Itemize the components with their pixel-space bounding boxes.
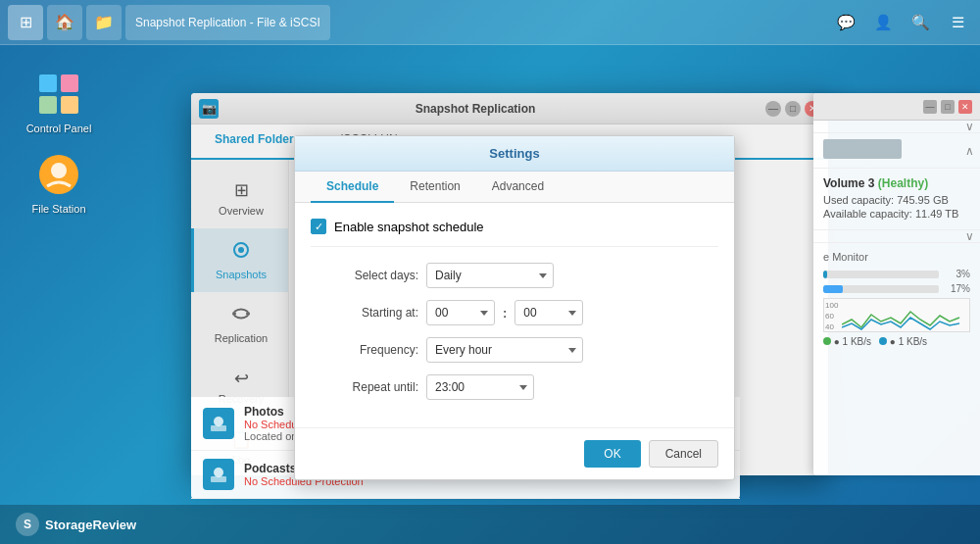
app-title: Snapshot Replication xyxy=(224,102,726,116)
window-controls: — □ ✕ xyxy=(765,101,820,117)
legend-dot-1 xyxy=(823,337,831,345)
taskbar: ⊞ 🏠 📁 Snapshot Replication - File & iSCS… xyxy=(0,0,980,45)
volume-title: Volume 3 (Healthy) xyxy=(823,176,970,190)
menu-icon: ☰ xyxy=(952,14,964,31)
settings-body: ✓ Enable snapshot schedule Select days: … xyxy=(295,203,734,427)
svg-point-10 xyxy=(214,417,223,426)
taskbar-app-text: Snapshot Replication - File & iSCSI xyxy=(135,16,320,29)
select-days-dropdown[interactable]: Daily Weekly Monthly xyxy=(426,263,554,288)
app2-icon: 🏠 xyxy=(55,13,74,31)
monitor-bar-fill-1 xyxy=(823,271,827,278)
sidebar-item-replication[interactable]: Replication xyxy=(191,292,288,356)
settings-tab-advanced[interactable]: Advanced xyxy=(476,172,560,203)
recovery-icon: ↩ xyxy=(234,368,249,389)
frequency-row: Frequency: Every hour Every 2 hours Ever… xyxy=(311,337,718,363)
menu-icon-btn[interactable]: ☰ xyxy=(943,8,972,37)
chat-icon: 💬 xyxy=(837,14,856,31)
sidebar-item-overview[interactable]: ⊞ Overview xyxy=(191,168,288,228)
time-separator: : xyxy=(503,306,507,321)
svg-rect-1 xyxy=(61,74,78,92)
sidebar-item-snapshots[interactable]: Snapshots xyxy=(191,228,288,292)
vol-expand-arrow[interactable]: ∨ xyxy=(965,120,974,133)
svg-point-5 xyxy=(51,163,67,178)
starting-at-min[interactable]: 00153045 xyxy=(514,300,583,325)
search-icon: 🔍 xyxy=(911,14,930,31)
svg-rect-3 xyxy=(61,96,78,114)
enable-checkbox[interactable]: ✓ xyxy=(311,219,326,234)
starting-at-row: Starting at: 000102 : 00153045 xyxy=(311,300,718,325)
svg-rect-2 xyxy=(39,96,57,114)
replication-label: Replication xyxy=(215,332,268,344)
desktop-icon-control-panel[interactable]: Control Panel xyxy=(20,65,98,140)
chat-icon-btn[interactable]: 💬 xyxy=(831,8,860,37)
maximize-button[interactable]: □ xyxy=(785,101,801,117)
right-panel: — □ ✕ ∨ ∧ Volume 3 (Healthy) Used capaci… xyxy=(813,93,980,475)
svg-point-7 xyxy=(238,247,244,253)
legend-2: ● 1 KB/s xyxy=(879,336,927,347)
select-days-label: Select days: xyxy=(311,269,418,282)
monitor-title: e Monitor xyxy=(823,251,970,263)
folder-icon-photos xyxy=(203,408,234,439)
settings-footer: OK Cancel xyxy=(295,427,734,479)
taskbar-app3-btn[interactable]: 📁 xyxy=(86,5,122,40)
svg-rect-13 xyxy=(211,476,226,482)
logo-text: StorageReview xyxy=(45,518,136,532)
snapshots-icon xyxy=(231,240,251,265)
replication-icon xyxy=(231,304,251,328)
bottom-logo: S StorageReview xyxy=(16,513,136,536)
desktop-icon-file-station[interactable]: File Station xyxy=(20,145,98,221)
monitor-bar-bg-1 xyxy=(823,271,939,278)
repeat-until-dropdown[interactable]: 23:00 22:00 21:00 xyxy=(426,374,534,400)
taskbar-home-btn[interactable]: ⊞ xyxy=(8,5,43,40)
starting-at-hour[interactable]: 000102 xyxy=(426,300,495,325)
settings-dialog: Settings Schedule Retention Advanced ✓ E… xyxy=(294,135,735,480)
section-expand-up[interactable]: ∧ xyxy=(965,144,974,158)
svg-rect-0 xyxy=(39,74,57,92)
home-icon: ⊞ xyxy=(20,13,32,31)
volume-section: Volume 3 (Healthy) Used capacity: 745.95… xyxy=(813,169,980,230)
taskbar-app-label[interactable]: Snapshot Replication - File & iSCSI xyxy=(125,5,330,40)
control-panel-label: Control Panel xyxy=(26,123,92,134)
settings-tab-schedule[interactable]: Schedule xyxy=(311,172,394,203)
monitor-bar-fill-2 xyxy=(823,285,843,293)
enable-row: ✓ Enable snapshot schedule xyxy=(311,219,718,247)
svg-point-8 xyxy=(232,312,236,316)
legend-dot-2 xyxy=(879,337,887,345)
chart-yaxis: 1006040200 xyxy=(825,300,838,332)
repeat-until-label: Repeat until: xyxy=(311,380,418,394)
overview-icon: ⊞ xyxy=(234,179,249,201)
search-icon-btn[interactable]: 🔍 xyxy=(906,8,935,37)
chart-svg xyxy=(842,300,970,332)
overview-label: Overview xyxy=(219,205,264,217)
monitor-section: e Monitor 3% 17% 1006040200 ● 1 KB/s xyxy=(813,243,980,355)
settings-tabs: Schedule Retention Advanced xyxy=(295,172,734,203)
starting-at-label: Starting at: xyxy=(311,306,418,320)
frequency-label: Frequency: xyxy=(311,343,418,357)
right-panel-header: — □ ✕ xyxy=(813,93,980,121)
available-capacity: Available capacity: 11.49 TB xyxy=(823,208,970,220)
rpanel-restore[interactable]: □ xyxy=(941,100,955,114)
settings-tab-retention[interactable]: Retention xyxy=(394,172,475,203)
used-capacity: Used capacity: 745.95 GB xyxy=(823,194,970,206)
svg-rect-11 xyxy=(211,425,226,431)
control-panel-icon xyxy=(35,71,82,118)
app3-icon: 📁 xyxy=(94,13,114,31)
settings-title: Settings xyxy=(295,136,734,172)
minimize-button[interactable]: — xyxy=(765,101,781,117)
enable-label: Enable snapshot schedule xyxy=(334,220,484,234)
svg-point-12 xyxy=(214,468,223,477)
frequency-dropdown[interactable]: Every hour Every 2 hours Every 4 hours xyxy=(426,337,583,363)
monitor-legend: ● 1 KB/s ● 1 KB/s xyxy=(823,336,970,347)
user-icon-btn[interactable]: 👤 xyxy=(868,8,898,37)
taskbar-right: 💬 👤 🔍 ☰ xyxy=(831,8,972,37)
rpanel-minimize[interactable]: — xyxy=(923,100,937,114)
bottom-bar: S StorageReview xyxy=(0,505,980,544)
monitor-pct-1: 3% xyxy=(943,269,970,279)
section-expand-down[interactable]: ∨ xyxy=(965,229,974,243)
rpanel-close[interactable]: ✕ xyxy=(958,100,972,114)
ok-button[interactable]: OK xyxy=(584,440,640,468)
folder-icon-podcasts xyxy=(203,459,234,490)
taskbar-app2-btn[interactable]: 🏠 xyxy=(47,5,82,40)
cancel-button[interactable]: Cancel xyxy=(649,440,718,468)
chart-area: 1006040200 xyxy=(823,298,970,332)
